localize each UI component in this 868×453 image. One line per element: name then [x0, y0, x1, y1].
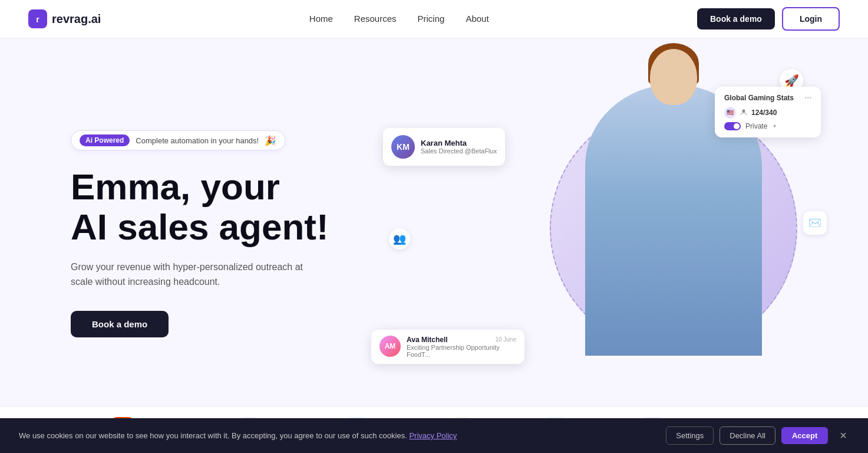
karan-name: Karan Mehta — [421, 139, 497, 147]
stats-row: 🇺🇸 124/340 — [724, 107, 811, 119]
nav-login-button[interactable]: Login — [782, 7, 840, 31]
email-icon: ✉️ — [803, 211, 827, 235]
stats-more-icon: ⋯ — [804, 94, 811, 102]
navigation: r revrag.ai Home Resources Pricing About… — [0, 0, 868, 38]
ava-info: Ava Mitchell 10 June Exciting Partnershi… — [407, 336, 516, 358]
cookie-text: We use cookies on our website to see how… — [19, 431, 656, 440]
ava-name: Ava Mitchell — [407, 336, 448, 344]
logo[interactable]: r revrag.ai — [28, 9, 101, 28]
cookie-settings-button[interactable]: Settings — [666, 426, 714, 445]
stats-card: Global Gaming Stats ⋯ 🇺🇸 124/340 Private — [715, 87, 821, 137]
nav-item-resources[interactable]: Resources — [354, 14, 397, 24]
cookie-accept-button[interactable]: Accept — [781, 427, 828, 444]
svg-text:r: r — [36, 15, 39, 24]
karan-info: Karan Mehta Sales Directed @BetaFlux — [421, 139, 497, 155]
privacy-policy-link[interactable]: Privacy Policy — [409, 431, 457, 440]
private-toggle[interactable] — [724, 122, 741, 130]
cookie-decline-button[interactable]: Decline All — [720, 426, 775, 445]
hero-section: Ai Powered Complete automation in your h… — [0, 38, 868, 406]
nav-links: Home Resources Pricing About — [309, 14, 489, 24]
hero-headline: Emma, your AI sales agent! — [71, 167, 377, 247]
nav-book-demo-button[interactable]: Book a demo — [697, 8, 775, 29]
stats-title: Global Gaming Stats — [724, 94, 794, 102]
private-label: Private — [745, 122, 767, 130]
karan-avatar: KM — [391, 135, 415, 159]
cookie-banner: We use cookies on our website to see how… — [0, 418, 868, 453]
ava-message: Exciting Partnership Opportunity FoodT..… — [407, 344, 516, 358]
ava-date: 10 June — [495, 336, 516, 343]
hero-subtext: Grow your revenue with hyper-personalize… — [71, 260, 318, 290]
flag-icon: 🇺🇸 — [724, 107, 736, 119]
nav-item-home[interactable]: Home — [309, 14, 333, 24]
ai-powered-badge: Ai Powered Complete automation in your h… — [71, 130, 285, 150]
nav-actions: Book a demo Login — [697, 7, 840, 31]
stats-count: 124/340 — [751, 109, 777, 117]
hero-headline-line2: AI sales agent! — [71, 206, 329, 247]
nav-item-pricing[interactable]: Pricing — [418, 14, 445, 24]
hero-book-demo-button[interactable]: Book a demo — [71, 311, 169, 337]
woman-head — [650, 49, 697, 105]
svg-point-2 — [742, 109, 745, 112]
logo-text: revrag.ai — [52, 12, 101, 26]
users-count-icon — [741, 109, 749, 117]
cookie-actions: Settings Decline All Accept — [666, 426, 828, 445]
nav-item-about[interactable]: About — [466, 14, 489, 24]
hero-headline-line1: Emma, your — [71, 166, 280, 207]
karan-role: Sales Directed @BetaFlux — [421, 147, 497, 155]
add-users-icon: 👥 — [389, 228, 410, 250]
ava-avatar: AM — [379, 336, 401, 357]
logo-icon: r — [28, 9, 47, 28]
message-card-ava: AM Ava Mitchell 10 June Exciting Partner… — [371, 330, 524, 364]
cookie-close-button[interactable]: × — [837, 429, 849, 442]
hero-content: Ai Powered Complete automation in your h… — [71, 119, 377, 337]
hero-illustration: 🚀 👥 ✉️ KM Karan Mehta Sales Directed @Be… — [377, 57, 821, 399]
contact-card-karan: KM Karan Mehta Sales Directed @BetaFlux — [383, 128, 505, 166]
ai-badge-tag: Ai Powered — [80, 134, 130, 146]
chevron-down-icon: ▾ — [773, 123, 776, 129]
stats-private-row: Private ▾ — [724, 122, 811, 130]
badge-celebration-icon: 🎉 — [265, 135, 276, 146]
ai-badge-text: Complete automation in your hands! — [136, 136, 259, 145]
